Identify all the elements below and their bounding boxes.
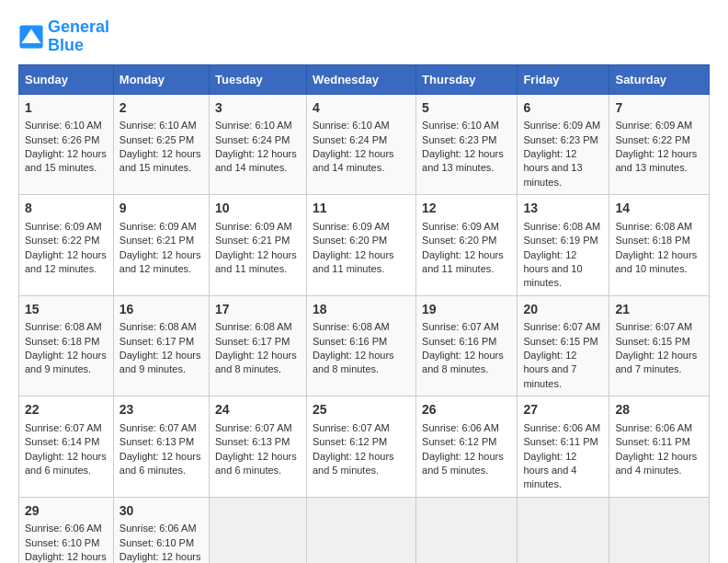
calendar-cell: 9Sunrise: 6:09 AMSunset: 6:21 PMDaylight… (113, 195, 209, 296)
week-row-2: 8Sunrise: 6:09 AMSunset: 6:22 PMDaylight… (19, 195, 710, 296)
calendar-table: SundayMondayTuesdayWednesdayThursdayFrid… (18, 64, 710, 563)
calendar-cell: 7Sunrise: 6:09 AMSunset: 6:22 PMDaylight… (609, 94, 710, 195)
day-number: 24 (215, 401, 301, 419)
day-number: 11 (313, 200, 410, 218)
calendar-cell: 27Sunrise: 6:06 AMSunset: 6:11 PMDayligh… (518, 396, 609, 498)
calendar-cell (609, 497, 710, 563)
day-number: 9 (119, 200, 203, 218)
day-number: 8 (25, 200, 108, 218)
day-number: 12 (422, 200, 511, 218)
calendar-cell: 14Sunrise: 6:08 AMSunset: 6:18 PMDayligh… (609, 195, 710, 296)
calendar-cell: 29Sunrise: 6:06 AMSunset: 6:10 PMDayligh… (19, 497, 114, 563)
day-number: 5 (422, 99, 511, 118)
col-header-saturday: Saturday (609, 64, 710, 94)
calendar-cell: 10Sunrise: 6:09 AMSunset: 6:21 PMDayligh… (210, 195, 307, 296)
calendar-cell: 30Sunrise: 6:06 AMSunset: 6:10 PMDayligh… (113, 497, 209, 563)
col-header-monday: Monday (113, 64, 209, 94)
week-row-1: 1Sunrise: 6:10 AMSunset: 6:26 PMDaylight… (19, 94, 710, 195)
day-number: 15 (25, 301, 108, 319)
calendar-cell: 18Sunrise: 6:08 AMSunset: 6:16 PMDayligh… (306, 295, 415, 396)
col-header-sunday: Sunday (19, 64, 114, 94)
day-number: 20 (523, 301, 603, 319)
day-number: 3 (215, 99, 301, 118)
calendar-cell: 23Sunrise: 6:07 AMSunset: 6:13 PMDayligh… (113, 396, 209, 498)
day-number: 4 (313, 99, 410, 118)
day-number: 13 (523, 200, 603, 218)
day-number: 22 (25, 401, 108, 419)
day-number: 23 (119, 401, 203, 419)
logo-text: General Blue (48, 18, 109, 55)
day-number: 25 (313, 401, 410, 419)
calendar-cell: 4Sunrise: 6:10 AMSunset: 6:24 PMDaylight… (306, 94, 415, 195)
calendar-cell: 6Sunrise: 6:09 AMSunset: 6:23 PMDaylight… (518, 94, 609, 195)
calendar-cell: 19Sunrise: 6:07 AMSunset: 6:16 PMDayligh… (416, 295, 518, 396)
week-row-3: 15Sunrise: 6:08 AMSunset: 6:18 PMDayligh… (19, 295, 710, 396)
logo: General Blue (18, 18, 109, 55)
calendar-cell (306, 497, 415, 563)
logo-icon (18, 24, 44, 50)
day-number: 17 (215, 301, 301, 319)
calendar-cell: 5Sunrise: 6:10 AMSunset: 6:23 PMDaylight… (416, 94, 518, 195)
day-number: 1 (25, 99, 108, 118)
day-number: 16 (119, 301, 203, 319)
day-number: 7 (615, 99, 703, 118)
day-number: 26 (422, 401, 511, 419)
calendar-cell: 8Sunrise: 6:09 AMSunset: 6:22 PMDaylight… (19, 195, 114, 296)
calendar-body: 1Sunrise: 6:10 AMSunset: 6:26 PMDaylight… (19, 94, 710, 563)
calendar-cell: 26Sunrise: 6:06 AMSunset: 6:12 PMDayligh… (416, 396, 518, 498)
day-number: 18 (313, 301, 410, 319)
col-header-friday: Friday (518, 64, 609, 94)
calendar-cell (210, 497, 307, 563)
day-number: 6 (523, 99, 603, 118)
calendar-cell (518, 497, 609, 563)
calendar-header-row: SundayMondayTuesdayWednesdayThursdayFrid… (19, 64, 710, 94)
day-number: 10 (215, 200, 301, 218)
col-header-thursday: Thursday (416, 64, 518, 94)
calendar-cell: 12Sunrise: 6:09 AMSunset: 6:20 PMDayligh… (416, 195, 518, 296)
calendar-cell: 28Sunrise: 6:06 AMSunset: 6:11 PMDayligh… (609, 396, 710, 498)
week-row-4: 22Sunrise: 6:07 AMSunset: 6:14 PMDayligh… (19, 396, 710, 498)
calendar-cell: 24Sunrise: 6:07 AMSunset: 6:13 PMDayligh… (210, 396, 307, 498)
col-header-tuesday: Tuesday (210, 64, 307, 94)
day-number: 29 (25, 502, 108, 521)
day-number: 21 (615, 301, 703, 319)
calendar-cell: 13Sunrise: 6:08 AMSunset: 6:19 PMDayligh… (518, 195, 609, 296)
day-number: 28 (615, 401, 703, 419)
day-number: 14 (615, 200, 703, 218)
calendar-cell: 21Sunrise: 6:07 AMSunset: 6:15 PMDayligh… (609, 295, 710, 396)
header: General Blue (18, 18, 710, 55)
day-number: 19 (422, 301, 511, 319)
calendar-cell: 17Sunrise: 6:08 AMSunset: 6:17 PMDayligh… (210, 295, 307, 396)
calendar-cell: 2Sunrise: 6:10 AMSunset: 6:25 PMDaylight… (113, 94, 209, 195)
calendar-cell: 1Sunrise: 6:10 AMSunset: 6:26 PMDaylight… (19, 94, 114, 195)
calendar-cell: 3Sunrise: 6:10 AMSunset: 6:24 PMDaylight… (210, 94, 307, 195)
calendar-cell: 22Sunrise: 6:07 AMSunset: 6:14 PMDayligh… (19, 396, 114, 498)
day-number: 27 (523, 401, 603, 419)
calendar-cell: 25Sunrise: 6:07 AMSunset: 6:12 PMDayligh… (306, 396, 415, 498)
day-number: 2 (119, 99, 203, 118)
calendar-cell: 15Sunrise: 6:08 AMSunset: 6:18 PMDayligh… (19, 295, 114, 396)
calendar-cell: 16Sunrise: 6:08 AMSunset: 6:17 PMDayligh… (113, 295, 209, 396)
col-header-wednesday: Wednesday (306, 64, 415, 94)
calendar-cell: 20Sunrise: 6:07 AMSunset: 6:15 PMDayligh… (518, 295, 609, 396)
calendar-cell: 11Sunrise: 6:09 AMSunset: 6:20 PMDayligh… (306, 195, 415, 296)
calendar-cell (416, 497, 518, 563)
week-row-5: 29Sunrise: 6:06 AMSunset: 6:10 PMDayligh… (19, 497, 710, 563)
day-number: 30 (119, 502, 203, 521)
